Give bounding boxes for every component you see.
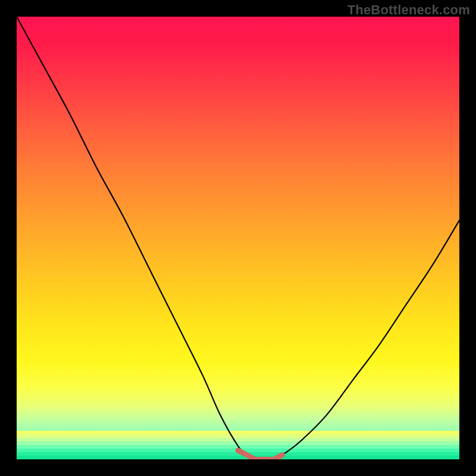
chart-frame: TheBottleneck.com	[0, 0, 476, 476]
curve-layer	[17, 17, 459, 459]
bottleneck-curve	[17, 17, 459, 459]
plot-area	[17, 17, 459, 459]
flat-region-marker	[238, 450, 282, 459]
watermark-text: TheBottleneck.com	[347, 2, 470, 18]
